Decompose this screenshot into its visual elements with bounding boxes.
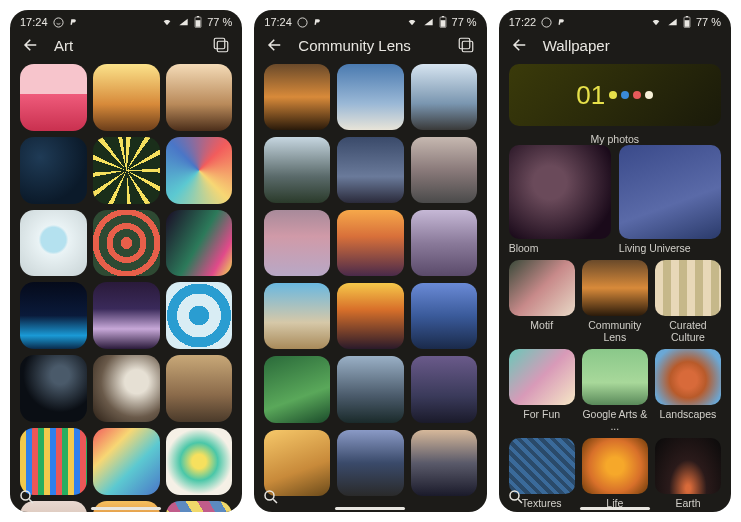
magnify-icon[interactable] [262,488,280,506]
screen-art: 17:24 77 % Art [10,10,242,512]
wallpaper-thumb[interactable] [166,501,233,512]
whatsapp-icon [541,17,552,28]
category-community-lens[interactable] [582,260,648,316]
page-title: Wallpaper [543,37,610,54]
wifi-icon [650,17,662,27]
whatsapp-icon [53,17,64,28]
wallpaper-thumb[interactable] [93,355,160,422]
svg-rect-11 [459,38,470,49]
battery-pct: 77 % [207,16,232,28]
wallpaper-thumb[interactable] [166,137,233,204]
svg-rect-12 [462,41,473,52]
category-label: Bloom [509,242,611,254]
category-for-fun[interactable] [509,349,575,405]
svg-rect-9 [440,20,445,27]
category-label: Landscapes [655,408,721,420]
category-label: My photos [499,133,731,145]
wallpaper-thumb[interactable] [337,210,403,276]
wallpaper-thumb[interactable] [264,64,330,130]
signal-icon [667,17,678,27]
wallpaper-thumb[interactable] [166,355,233,422]
magnify-icon[interactable] [507,488,525,506]
svg-point-18 [510,491,519,500]
category-living-universe[interactable] [619,145,721,239]
wallpaper-thumb[interactable] [20,355,87,422]
wallpaper-thumb[interactable] [20,428,87,495]
wallpaper-thumb[interactable] [411,210,477,276]
wallpaper-thumb[interactable] [337,64,403,130]
svg-rect-2 [196,20,201,27]
wallpaper-thumb[interactable] [411,64,477,130]
svg-rect-17 [686,16,688,17]
svg-point-6 [21,491,30,500]
wallpaper-thumb[interactable] [93,282,160,349]
paypal-icon [557,17,566,28]
thumbnail-grid [10,64,242,512]
wallpaper-thumb[interactable] [93,137,160,204]
magnify-icon[interactable] [18,488,36,506]
wallpaper-thumb[interactable] [411,137,477,203]
wallpaper-thumb[interactable] [93,428,160,495]
category-earth[interactable] [655,438,721,494]
battery-icon [194,16,202,28]
battery-pct: 77 % [696,16,721,28]
wallpaper-thumb[interactable] [337,283,403,349]
wallpaper-thumb[interactable] [166,210,233,277]
svg-rect-10 [441,16,443,17]
status-bar: 17:24 77 % [10,10,242,30]
svg-point-14 [542,17,551,26]
wallpaper-thumb[interactable] [20,210,87,277]
wallpaper-thumb[interactable] [264,283,330,349]
collage-icon[interactable] [212,36,230,54]
back-icon[interactable] [266,36,284,54]
back-icon[interactable] [511,36,529,54]
signal-icon [423,17,434,27]
category-google-arts[interactable] [582,349,648,405]
wallpaper-thumb[interactable] [411,356,477,422]
wallpaper-thumb[interactable] [166,64,233,131]
wallpaper-thumb[interactable] [93,64,160,131]
back-icon[interactable] [22,36,40,54]
wallpaper-thumb[interactable] [20,282,87,349]
wallpaper-thumb[interactable] [264,210,330,276]
category-curated-culture[interactable] [655,260,721,316]
thumbnail-grid [254,64,486,512]
wallpaper-thumb[interactable] [411,283,477,349]
wallpaper-thumb[interactable] [264,356,330,422]
nav-handle[interactable] [335,507,405,510]
paypal-icon [69,17,78,28]
category-my-photos[interactable]: 01 [509,64,721,126]
header: Art [10,30,242,64]
battery-icon [439,16,447,28]
wallpaper-thumb[interactable] [411,430,477,496]
wallpaper-thumb[interactable] [166,428,233,495]
category-label: Google Arts & ... [582,408,648,432]
category-motif[interactable] [509,260,575,316]
wallpaper-thumb[interactable] [20,64,87,131]
category-bloom[interactable] [509,145,611,239]
collage-icon[interactable] [457,36,475,54]
header: Wallpaper [499,30,731,64]
category-label: Community Lens [582,319,648,343]
wallpaper-thumb[interactable] [166,282,233,349]
wallpaper-thumb[interactable] [93,210,160,277]
battery-icon [683,16,691,28]
wallpaper-thumb[interactable] [337,137,403,203]
category-label: Earth [655,497,721,509]
nav-handle[interactable] [580,507,650,510]
category-landscapes[interactable] [655,349,721,405]
wallpaper-thumb[interactable] [337,356,403,422]
wallpaper-thumb[interactable] [20,137,87,204]
paypal-icon [313,17,322,28]
wallpaper-thumb[interactable] [264,430,330,496]
header: Community Lens [254,30,486,64]
category-life[interactable] [582,438,648,494]
svg-rect-5 [218,41,229,52]
category-textures[interactable] [509,438,575,494]
wifi-icon [161,17,173,27]
wallpaper-thumb[interactable] [264,137,330,203]
wallpaper-thumb[interactable] [337,430,403,496]
clock: 17:24 [264,16,292,28]
signal-icon [178,17,189,27]
nav-handle[interactable] [91,507,161,510]
